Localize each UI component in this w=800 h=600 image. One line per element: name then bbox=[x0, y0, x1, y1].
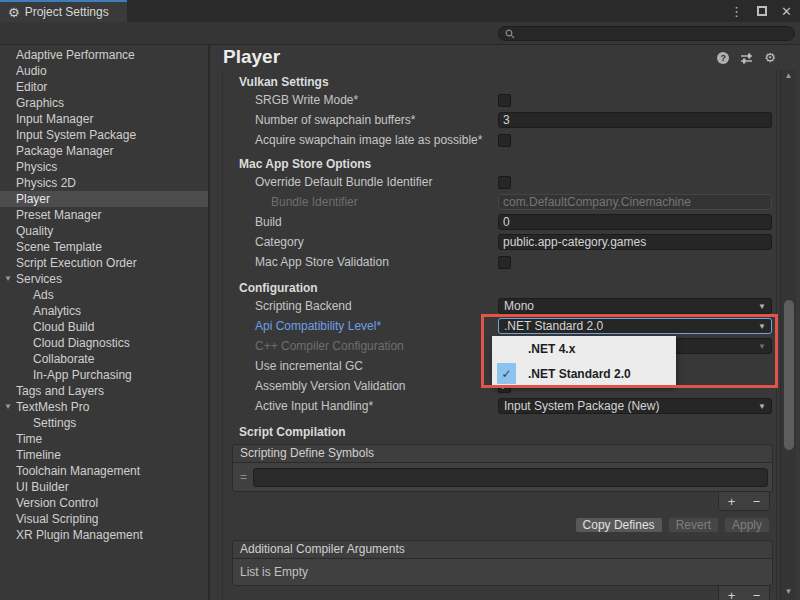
category-field[interactable]: public.app-category.games bbox=[498, 234, 772, 250]
api-compatibility-dropdown[interactable]: .NET Standard 2.0▼ bbox=[498, 318, 772, 334]
sidebar-item-version-control[interactable]: Version Control bbox=[0, 495, 208, 511]
close-icon[interactable]: ✕ bbox=[781, 5, 792, 18]
tab-project-settings[interactable]: ⚙ Project Settings bbox=[0, 0, 127, 22]
field-value: com.DefaultCompany.Cinemachine bbox=[503, 195, 691, 209]
maximize-icon[interactable] bbox=[757, 6, 767, 16]
sidebar-item-services[interactable]: ▼Services bbox=[0, 271, 208, 287]
compiler-arguments-footer: + − bbox=[223, 586, 776, 600]
label-bundle-identifier: Bundle Identifier bbox=[223, 195, 498, 209]
sidebar-item-in-app-purchasing[interactable]: In-App Purchasing bbox=[0, 367, 208, 383]
scrollbar-thumb[interactable] bbox=[784, 300, 794, 450]
dropdown-value: Mono bbox=[504, 299, 758, 313]
copy-defines-button[interactable]: Copy Defines bbox=[575, 517, 663, 533]
build-field[interactable]: 0 bbox=[498, 214, 772, 230]
sidebar-item-toolchain-management[interactable]: Toolchain Management bbox=[0, 463, 208, 479]
drag-handle-icon[interactable]: = bbox=[237, 470, 250, 484]
sidebar-item-cloud-build[interactable]: Cloud Build bbox=[0, 319, 208, 335]
revert-button: Revert bbox=[668, 517, 719, 533]
sidebar-item-xr-plugin-management[interactable]: XR Plugin Management bbox=[0, 527, 208, 543]
sidebar-item-time[interactable]: Time bbox=[0, 431, 208, 447]
menu-item-net-4x[interactable]: .NET 4.x bbox=[492, 336, 676, 361]
sidebar-item-physics[interactable]: Physics bbox=[0, 159, 208, 175]
sidebar-item-preset-manager[interactable]: Preset Manager bbox=[0, 207, 208, 223]
override-bundle-id-checkbox[interactable]: ✓ bbox=[498, 176, 511, 189]
sidebar-item-visual-scripting[interactable]: Visual Scripting bbox=[0, 511, 208, 527]
sidebar-item-ads[interactable]: Ads bbox=[0, 287, 208, 303]
apply-button: Apply bbox=[724, 517, 770, 533]
sidebar-item-package-manager[interactable]: Package Manager bbox=[0, 143, 208, 159]
sidebar-item-label: Input Manager bbox=[16, 112, 93, 126]
additional-compiler-arguments-list: Additional Compiler Arguments List is Em… bbox=[232, 540, 773, 586]
sidebar-item-cloud-diagnostics[interactable]: Cloud Diagnostics bbox=[0, 335, 208, 351]
foldout-arrow-icon[interactable]: ▼ bbox=[3, 399, 13, 415]
window-controls: ⋮ ✕ bbox=[730, 0, 792, 22]
sidebar-item-physics-2d[interactable]: Physics 2D bbox=[0, 175, 208, 191]
define-symbols-header: Scripting Define Symbols bbox=[233, 445, 772, 463]
field-value: 0 bbox=[503, 215, 510, 229]
sidebar-item-label: Script Execution Order bbox=[16, 256, 137, 270]
scripting-backend-dropdown[interactable]: Mono▼ bbox=[498, 298, 772, 314]
search-box[interactable] bbox=[498, 26, 795, 41]
define-symbols-buttons: Copy Defines Revert Apply bbox=[223, 517, 776, 533]
mac-store-validation-checkbox[interactable]: ✓ bbox=[498, 256, 511, 269]
sidebar-item-label: Physics bbox=[16, 160, 57, 174]
sidebar-item-graphics[interactable]: Graphics bbox=[0, 95, 208, 111]
sidebar-item-analytics[interactable]: Analytics bbox=[0, 303, 208, 319]
scroll-down-icon[interactable]: ▼ bbox=[781, 586, 796, 598]
sidebar-item-textmesh-pro[interactable]: ▼TextMesh Pro bbox=[0, 399, 208, 415]
define-symbol-row[interactable]: = bbox=[233, 463, 772, 491]
field-value: public.app-category.games bbox=[503, 235, 646, 249]
remove-button[interactable]: − bbox=[753, 589, 761, 600]
sidebar-item-label: TextMesh Pro bbox=[16, 400, 89, 414]
define-symbol-input[interactable] bbox=[253, 468, 768, 487]
list-empty-label: List is Empty bbox=[233, 559, 772, 585]
acquire-swapchain-checkbox[interactable]: ✓ bbox=[498, 134, 511, 147]
menu-item-label: .NET Standard 2.0 bbox=[528, 367, 631, 381]
row-api-compatibility: Api Compatibility Level* .NET Standard 2… bbox=[223, 316, 776, 336]
sidebar-item-label: Quality bbox=[16, 224, 53, 238]
sidebar-item-adaptive-performance[interactable]: Adaptive Performance bbox=[0, 47, 208, 63]
add-button[interactable]: + bbox=[728, 589, 736, 600]
label-mac-store-validation: Mac App Store Validation bbox=[223, 255, 498, 269]
row-build: Build 0 bbox=[223, 212, 776, 232]
foldout-arrow-icon[interactable]: ▼ bbox=[3, 271, 13, 287]
label-active-input-handling: Active Input Handling* bbox=[223, 399, 498, 413]
sidebar-item-quality[interactable]: Quality bbox=[0, 223, 208, 239]
sidebar-item-input-system-package[interactable]: Input System Package bbox=[0, 127, 208, 143]
sidebar-item-label: Audio bbox=[16, 64, 47, 78]
vertical-scrollbar[interactable]: ▲ ▼ bbox=[780, 70, 796, 600]
chevron-down-icon: ▼ bbox=[758, 402, 766, 411]
add-button[interactable]: + bbox=[728, 495, 736, 508]
srgb-write-mode-checkbox[interactable]: ✓ bbox=[498, 94, 511, 107]
sidebar-item-audio[interactable]: Audio bbox=[0, 63, 208, 79]
active-input-handling-dropdown[interactable]: Input System Package (New)▼ bbox=[498, 398, 772, 414]
sidebar-item-label: Cloud Diagnostics bbox=[33, 336, 130, 350]
label-override-bundle-id: Override Default Bundle Identifier bbox=[223, 175, 498, 189]
window-menu-icon[interactable]: ⋮ bbox=[730, 5, 743, 18]
sidebar-item-player[interactable]: Player bbox=[0, 191, 208, 207]
sidebar-item-tags-and-layers[interactable]: Tags and Layers bbox=[0, 383, 208, 399]
sidebar-item-scene-template[interactable]: Scene Template bbox=[0, 239, 208, 255]
gear-icon[interactable]: ⚙ bbox=[764, 51, 776, 64]
sidebar-item-timeline[interactable]: Timeline bbox=[0, 447, 208, 463]
label-acquire-swapchain: Acquire swapchain image late as possible… bbox=[223, 133, 498, 147]
sidebar-item-tmp-settings[interactable]: Settings bbox=[0, 415, 208, 431]
sidebar-item-input-manager[interactable]: Input Manager bbox=[0, 111, 208, 127]
row-bundle-identifier: Bundle Identifier com.DefaultCompany.Cin… bbox=[223, 192, 776, 212]
sidebar-item-collaborate[interactable]: Collaborate bbox=[0, 351, 208, 367]
chevron-down-icon: ▼ bbox=[758, 342, 766, 351]
help-icon[interactable]: ? bbox=[717, 52, 729, 64]
sidebar-item-ui-builder[interactable]: UI Builder bbox=[0, 479, 208, 495]
tab-title: Project Settings bbox=[25, 5, 109, 19]
swapchain-buffers-field[interactable]: 3 bbox=[498, 112, 772, 128]
preset-icon[interactable] bbox=[740, 52, 753, 64]
list-add-remove-box: + − bbox=[718, 491, 770, 511]
sidebar-item-script-execution-order[interactable]: Script Execution Order bbox=[0, 255, 208, 271]
menu-item-net-standard-20[interactable]: ✓ .NET Standard 2.0 bbox=[492, 361, 676, 386]
search-input[interactable] bbox=[519, 28, 788, 40]
field-value: 3 bbox=[503, 113, 510, 127]
sidebar-item-editor[interactable]: Editor bbox=[0, 79, 208, 95]
sidebar-item-label: Timeline bbox=[16, 448, 61, 462]
scroll-up-icon[interactable]: ▲ bbox=[781, 70, 796, 82]
remove-button[interactable]: − bbox=[753, 495, 761, 508]
